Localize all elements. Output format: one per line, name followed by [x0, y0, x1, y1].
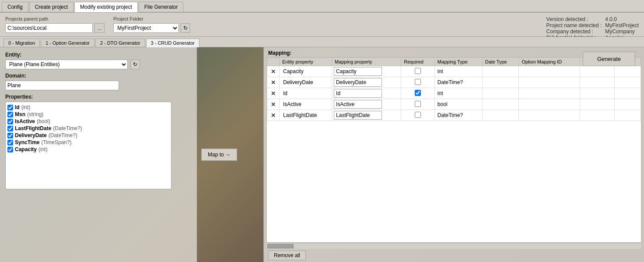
property-name: IsActive: [15, 118, 35, 124]
project-folder-row: MyFirstProject ↻: [113, 23, 190, 33]
required-cell: [401, 110, 435, 121]
property-checkbox[interactable]: [7, 105, 13, 110]
mapping-property-input[interactable]: [334, 100, 382, 109]
projects-parent-input[interactable]: [5, 23, 93, 33]
table-row: ✕ DeliveryDate DateTime?: [267, 77, 641, 88]
browse-button[interactable]: ...: [94, 23, 105, 33]
property-checkbox[interactable]: [7, 133, 13, 138]
tab-file-generator[interactable]: File Generator: [139, 2, 184, 12]
left-panel: Entity: Plane (Plane.Entities) ↻ Domain:…: [0, 47, 197, 262]
option-id-cell: [580, 77, 614, 88]
sub-tab-crud-generator[interactable]: 3 - CRUD Generator: [146, 39, 200, 47]
mapping-table: Entity property Mapping property Require…: [267, 57, 641, 121]
property-type: (bool): [37, 118, 50, 124]
sub-tab-option-generator[interactable]: 1 - Option Generator: [41, 39, 94, 47]
project-folder-select[interactable]: MyFirstProject: [113, 23, 179, 33]
mapping-property-input[interactable]: [334, 78, 382, 87]
entity-property-cell: Capacity: [280, 66, 332, 77]
option-cell: [614, 99, 640, 110]
property-checkbox[interactable]: [7, 147, 13, 152]
option-cell: [614, 88, 640, 99]
project-name-value: MyFirstProject: [605, 22, 639, 28]
sub-tab-migration[interactable]: 0 - Migration: [4, 39, 40, 47]
mapping-property-input[interactable]: [334, 111, 382, 120]
entity-property-cell: LastFlightDate: [280, 110, 332, 121]
properties-label: Properties:: [5, 94, 192, 100]
remove-x-button[interactable]: ✕: [269, 101, 277, 108]
mapping-property-input[interactable]: [334, 67, 382, 76]
list-item: DeliveryDate (DateTime?): [7, 132, 169, 139]
table-row: ✕ Id int: [267, 88, 641, 99]
remove-cell: ✕: [267, 66, 280, 77]
mapping-type-cell: DateTime?: [434, 77, 482, 88]
property-type: (int): [21, 104, 31, 110]
mapping-type-cell: DateTime?: [434, 110, 482, 121]
property-checkbox[interactable]: [7, 140, 13, 145]
entity-select[interactable]: Plane (Plane.Entities): [5, 60, 128, 69]
option-mapping-id-cell: [519, 66, 580, 77]
required-checkbox[interactable]: [415, 79, 421, 85]
list-item: IsActive (bool): [7, 118, 169, 125]
projects-parent-label: Projects parent path: [5, 16, 105, 21]
property-name: LastFlightDate: [15, 125, 51, 131]
sub-tab-bar: 0 - Migration 1 - Option Generator 2 - D…: [0, 37, 644, 47]
required-checkbox[interactable]: [415, 112, 421, 118]
required-cell: [401, 77, 435, 88]
domain-input[interactable]: [5, 81, 119, 90]
option-mapping-id-cell: [519, 110, 580, 121]
company-label: Company detected :: [546, 28, 602, 35]
required-cell: [401, 99, 435, 110]
table-row: ✕ IsActive bool: [267, 99, 641, 110]
right-panel: Generate Mapping: Entity property Mappin…: [263, 47, 644, 262]
required-checkbox[interactable]: [415, 68, 421, 74]
option-mapping-id-cell: [519, 88, 580, 99]
property-type: (string): [27, 111, 43, 117]
required-cell: [401, 66, 435, 77]
required-checkbox[interactable]: [415, 101, 421, 107]
col-required: Required: [401, 58, 435, 66]
company-value: MyCompany: [605, 28, 639, 35]
list-item: Capacity (int): [7, 146, 169, 153]
project-name-label: Project name detected :: [546, 22, 602, 28]
version-detected-value: 4.0.0: [605, 16, 639, 22]
property-name: Capacity: [15, 146, 37, 152]
remove-x-button[interactable]: ✕: [269, 90, 277, 97]
entity-property-cell: IsActive: [280, 99, 332, 110]
remove-x-button[interactable]: ✕: [269, 79, 277, 86]
sub-tab-dto-generator[interactable]: 2 - DTO Generator: [95, 39, 145, 47]
content-area: Entity: Plane (Plane.Entities) ↻ Domain:…: [0, 47, 644, 262]
required-cell: [401, 88, 435, 99]
generate-button[interactable]: Generate: [583, 52, 635, 66]
remove-x-button[interactable]: ✕: [269, 112, 277, 119]
property-name: Msn: [15, 111, 25, 117]
option-id-cell: [580, 99, 614, 110]
entity-refresh-button[interactable]: ↻: [130, 60, 140, 69]
property-name: DeliveryDate: [15, 132, 47, 138]
map-btn-area: Map to →: [201, 149, 237, 161]
project-folder-section: Project Folder MyFirstProject ↻: [113, 16, 190, 33]
horizontal-scrollbar[interactable]: [266, 243, 641, 249]
date-type-cell: [482, 99, 519, 110]
property-checkbox[interactable]: [7, 119, 13, 124]
tab-modify-project[interactable]: Modify existing project: [74, 2, 138, 12]
tab-create-project[interactable]: Create project: [29, 2, 74, 12]
config-panel: Projects parent path ... Project Folder …: [0, 13, 644, 37]
mapping-table-wrapper[interactable]: Entity property Mapping property Require…: [266, 57, 641, 243]
projects-parent-row: ...: [5, 23, 105, 33]
map-to-button[interactable]: Map to →: [201, 149, 237, 161]
refresh-button[interactable]: ↻: [181, 23, 190, 33]
property-type: (DateTime?): [49, 132, 77, 138]
entity-label: Entity:: [5, 52, 192, 58]
remove-x-button[interactable]: ✕: [269, 68, 277, 75]
option-id-cell: [580, 66, 614, 77]
remove-all-button[interactable]: Remove all: [268, 251, 306, 260]
property-checkbox[interactable]: [7, 112, 13, 117]
mapping-property-cell: [332, 110, 401, 121]
property-checkbox[interactable]: [7, 126, 13, 131]
required-checkbox[interactable]: [415, 90, 421, 96]
mapping-type-cell: int: [434, 88, 482, 99]
option-id-cell: [580, 110, 614, 121]
col-option-mapping-id: Option Mapping ID: [519, 58, 580, 66]
tab-config[interactable]: Config: [2, 2, 28, 12]
mapping-property-input[interactable]: [334, 89, 382, 98]
